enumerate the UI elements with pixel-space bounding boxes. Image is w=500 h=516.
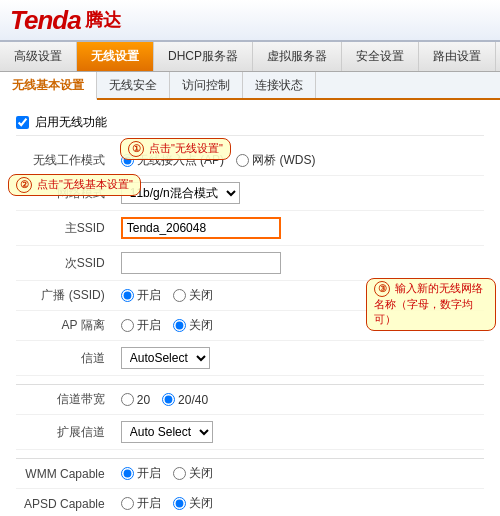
top-nav-item-route[interactable]: 路由设置 xyxy=(419,42,496,71)
apsd-off-label[interactable]: 关闭 xyxy=(173,495,213,512)
sub-nav-security[interactable]: 无线安全 xyxy=(97,72,170,98)
broadcast-off-text: 关闭 xyxy=(189,287,213,304)
wmm-on-label[interactable]: 开启 xyxy=(121,465,161,482)
header: Tenda 腾达 xyxy=(0,0,500,42)
work-mode-ap-text: 无线接入点 (AP) xyxy=(137,152,224,169)
separator-row xyxy=(16,376,484,385)
apsd-on-label[interactable]: 开启 xyxy=(121,495,161,512)
work-mode-value: 无线接入点 (AP) 网桥 (WDS) xyxy=(113,146,484,176)
broadcast-on-radio[interactable] xyxy=(121,289,134,302)
network-mode-value: 11b模式 11g模式 11n模式 11b/g混合模式 11b/g/n混合模式 xyxy=(113,176,484,211)
ap-isolation-label: AP 隔离 xyxy=(16,311,113,341)
apsd-value: 开启 关闭 xyxy=(113,489,484,517)
wmm-on-radio[interactable] xyxy=(121,467,134,480)
bandwidth-label: 信道带宽 xyxy=(16,385,113,415)
ap-iso-off-label[interactable]: 关闭 xyxy=(173,317,213,334)
wmm-on-text: 开启 xyxy=(137,465,161,482)
bandwidth-2040-radio[interactable] xyxy=(162,393,175,406)
channel-label: 信道 xyxy=(16,341,113,376)
apsd-on-radio[interactable] xyxy=(121,497,134,510)
broadcast-row: 广播 (SSID) 开启 关闭 xyxy=(16,281,484,311)
bandwidth-20-radio[interactable] xyxy=(121,393,134,406)
logo-en: Tenda xyxy=(10,5,81,36)
apsd-off-radio[interactable] xyxy=(173,497,186,510)
wmm-off-label[interactable]: 关闭 xyxy=(173,465,213,482)
sub-nav: 无线基本设置 无线安全 访问控制 连接状态 xyxy=(0,72,500,100)
channel-value: AutoSelect 1 2 3 xyxy=(113,341,484,376)
top-nav-item-more[interactable]: 系 xyxy=(496,42,500,71)
ap-iso-off-radio[interactable] xyxy=(173,319,186,332)
sub-nav-status[interactable]: 连接状态 xyxy=(243,72,316,98)
work-mode-wds-text: 网桥 (WDS) xyxy=(252,152,315,169)
work-mode-ap-radio[interactable] xyxy=(121,154,134,167)
broadcast-on-label[interactable]: 开启 xyxy=(121,287,161,304)
wmm-off-radio[interactable] xyxy=(173,467,186,480)
apsd-row: APSD Capable 开启 关闭 xyxy=(16,489,484,517)
broadcast-label: 广播 (SSID) xyxy=(16,281,113,311)
work-mode-label: 无线工作模式 xyxy=(16,146,113,176)
wmm-off-text: 关闭 xyxy=(189,465,213,482)
network-mode-row: 网络模式 11b模式 11g模式 11n模式 11b/g混合模式 11b/g/n… xyxy=(16,176,484,211)
top-nav: 高级设置 无线设置 DHCP服务器 虚拟服务器 安全设置 路由设置 系 xyxy=(0,42,500,72)
wmm-row: WMM Capable 开启 关闭 xyxy=(16,459,484,489)
broadcast-off-label[interactable]: 关闭 xyxy=(173,287,213,304)
bandwidth-20-text: 20 xyxy=(137,393,150,407)
work-mode-row: 无线工作模式 无线接入点 (AP) 网桥 (WDS) xyxy=(16,146,484,176)
ssid-value xyxy=(113,211,484,246)
content-area: 启用无线功能 无线工作模式 无线接入点 (AP) 网桥 (WDS) xyxy=(0,100,500,516)
bandwidth-row: 信道带宽 20 20/40 xyxy=(16,385,484,415)
top-nav-item-wireless[interactable]: 无线设置 xyxy=(77,42,154,71)
work-mode-wds-radio[interactable] xyxy=(236,154,249,167)
bandwidth-2040-text: 20/40 xyxy=(178,393,208,407)
separator-row-2 xyxy=(16,450,484,459)
ap-iso-off-text: 关闭 xyxy=(189,317,213,334)
ssid2-label: 次SSID xyxy=(16,246,113,281)
apsd-label: APSD Capable xyxy=(16,489,113,517)
ap-iso-on-text: 开启 xyxy=(137,317,161,334)
ap-iso-on-label[interactable]: 开启 xyxy=(121,317,161,334)
wmm-value: 开启 关闭 xyxy=(113,459,484,489)
bandwidth-2040-label[interactable]: 20/40 xyxy=(162,393,208,407)
bandwidth-value: 20 20/40 xyxy=(113,385,484,415)
broadcast-off-radio[interactable] xyxy=(173,289,186,302)
enable-wireless-row: 启用无线功能 xyxy=(16,110,484,136)
apsd-off-text: 关闭 xyxy=(189,495,213,512)
sub-nav-access[interactable]: 访问控制 xyxy=(170,72,243,98)
logo-cn: 腾达 xyxy=(85,8,121,32)
apsd-on-text: 开启 xyxy=(137,495,161,512)
ext-channel-value: Auto Select Upper Lower xyxy=(113,415,484,450)
channel-select[interactable]: AutoSelect 1 2 3 xyxy=(121,347,210,369)
ext-channel-select[interactable]: Auto Select Upper Lower xyxy=(121,421,213,443)
ssid-row: 主SSID xyxy=(16,211,484,246)
sub-nav-basic[interactable]: 无线基本设置 xyxy=(0,72,97,100)
top-nav-item-virtual[interactable]: 虚拟服务器 xyxy=(253,42,342,71)
top-nav-item-dhcp[interactable]: DHCP服务器 xyxy=(154,42,253,71)
wmm-label: WMM Capable xyxy=(16,459,113,489)
bandwidth-20-label[interactable]: 20 xyxy=(121,393,150,407)
network-mode-select[interactable]: 11b模式 11g模式 11n模式 11b/g混合模式 11b/g/n混合模式 xyxy=(121,182,240,204)
ssid2-input[interactable] xyxy=(121,252,281,274)
ssid2-row: 次SSID xyxy=(16,246,484,281)
network-mode-label: 网络模式 xyxy=(16,176,113,211)
ssid-label: 主SSID xyxy=(16,211,113,246)
enable-wireless-label[interactable]: 启用无线功能 xyxy=(35,114,107,131)
ext-channel-row: 扩展信道 Auto Select Upper Lower xyxy=(16,415,484,450)
work-mode-ap-label[interactable]: 无线接入点 (AP) xyxy=(121,152,224,169)
settings-table: 无线工作模式 无线接入点 (AP) 网桥 (WDS) xyxy=(16,146,484,516)
work-mode-wds-label[interactable]: 网桥 (WDS) xyxy=(236,152,315,169)
ext-channel-label: 扩展信道 xyxy=(16,415,113,450)
top-nav-item-security[interactable]: 安全设置 xyxy=(342,42,419,71)
enable-wireless-checkbox[interactable] xyxy=(16,116,29,129)
ap-iso-on-radio[interactable] xyxy=(121,319,134,332)
ssid2-value xyxy=(113,246,484,281)
ssid-input[interactable] xyxy=(121,217,281,239)
top-nav-item-advanced[interactable]: 高级设置 xyxy=(0,42,77,71)
broadcast-on-text: 开启 xyxy=(137,287,161,304)
broadcast-value: 开启 关闭 xyxy=(113,281,484,311)
ap-isolation-row: AP 隔离 开启 关闭 xyxy=(16,311,484,341)
ap-isolation-value: 开启 关闭 xyxy=(113,311,484,341)
channel-row: 信道 AutoSelect 1 2 3 xyxy=(16,341,484,376)
